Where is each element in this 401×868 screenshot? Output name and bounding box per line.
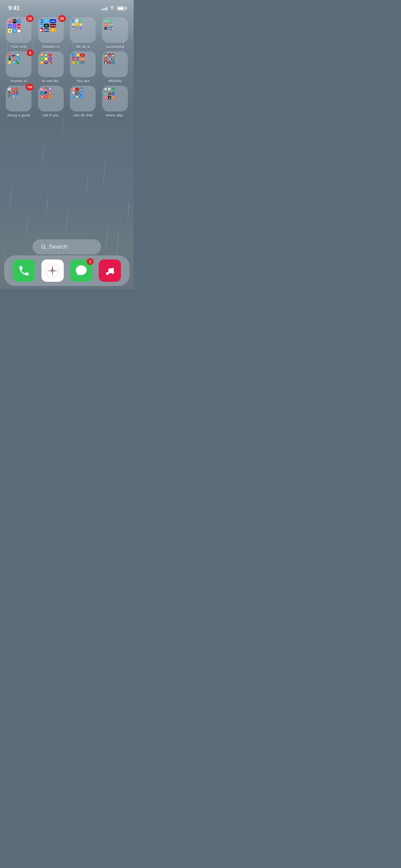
status-icons — [101, 6, 125, 11]
mini-app: ⚙ — [72, 23, 74, 26]
battery-icon — [117, 6, 125, 10]
folder-life-as-a[interactable]: A 🔍 + ⚙ 💡 ◑ — [70, 17, 96, 49]
folder-label-8: officially — [108, 79, 122, 83]
mini-app: P+ — [40, 19, 43, 23]
folder-officially[interactable]: ☕ ▲ ☕ M G 🍕 — [102, 51, 129, 83]
mini-app: ▶ — [40, 28, 43, 32]
mini-app: ☕ — [111, 53, 114, 57]
mini-app: TT — [13, 19, 16, 23]
folder-label-5: human is — [11, 79, 27, 83]
mini-app: ✏ — [40, 61, 44, 64]
mini-app: ● — [8, 24, 12, 28]
folder-every-day[interactable]: 📈 📊 S 📍 📷 🔖 — [102, 86, 129, 117]
mini-app: a — [72, 61, 75, 64]
mini-app: A — [16, 95, 18, 97]
folder-job-if-you[interactable]: Arc 🐼 🎙 e 🌙 Я — [38, 86, 64, 117]
app-grid-row-1: 15 TT f ● ▪ — [5, 17, 128, 49]
mini-app: P — [50, 28, 57, 32]
mini-app: T — [16, 91, 18, 94]
mini-app: 🦊 — [48, 95, 51, 98]
mini-app: G — [76, 61, 80, 64]
mini-app: 📱 — [8, 57, 11, 60]
folder-you-are[interactable]: A ★ ⊙ UO FIVE Etsy — [70, 51, 96, 83]
mini-app: ⬤ — [17, 29, 21, 33]
safari-app-icon — [41, 260, 64, 282]
mini-app: UO — [72, 57, 75, 60]
folder-can-do-that[interactable]: ⬇ □ 👆 👁 S ✏ — [70, 86, 96, 117]
mini-app: Я — [48, 92, 51, 95]
mini-app: S — [108, 23, 110, 26]
mini-app: 📷 — [108, 92, 111, 95]
svg-point-2 — [11, 20, 11, 21]
folder-label-3: life as a — [76, 45, 90, 49]
mini-app — [8, 19, 12, 23]
mini-app: G — [108, 57, 111, 60]
mini-app: 📁 — [75, 95, 79, 98]
mini-app: 📁 — [44, 53, 48, 57]
mini-app: ◯ — [79, 27, 82, 30]
folder-label-2: mission in — [42, 45, 60, 49]
folder-successful[interactable]: FE E G S S W — [102, 17, 129, 49]
dock-safari[interactable] — [41, 260, 64, 282]
mini-app: 🍕 — [111, 57, 114, 60]
mini-app: 📍 — [104, 92, 107, 95]
folder-mission-in[interactable]: 26 P+ V max MX 🦚 — [38, 17, 64, 49]
mini-app: ⊙ — [16, 88, 18, 91]
mini-app: FE — [104, 19, 107, 22]
mini-app: ▪ — [13, 24, 16, 28]
dock-messages-badge: 1 — [87, 258, 94, 265]
mini-app: F — [12, 88, 15, 91]
mini-app: C — [108, 61, 111, 64]
folder-label-1: Your only — [11, 45, 27, 49]
folder-label-7: You are — [76, 79, 89, 83]
mini-app: m — [16, 57, 20, 60]
mini-app: S — [75, 92, 79, 95]
mini-app: ⬛ — [104, 27, 107, 30]
mini-app: A — [72, 53, 75, 57]
dock-messages[interactable]: 1 — [70, 260, 92, 282]
phone-app-icon — [13, 260, 35, 282]
mini-app: D — [111, 61, 114, 64]
mini-app: 🐼 — [48, 61, 52, 64]
folder-label-12: every day. — [106, 113, 124, 117]
mini-app: STARZ — [50, 24, 57, 27]
app-grid-row-2: 6 FP 📷 💬 📱 FP — [5, 51, 128, 83]
mini-app: ▣ — [72, 27, 74, 30]
folder-doing-a-good[interactable]: 709 📰 F ⊙ 🎓 BBC — [5, 86, 32, 117]
mini-app: kik — [17, 24, 21, 28]
mini-app: ☕ — [104, 53, 108, 57]
mini-app: G — [110, 19, 113, 22]
folder-label-6: to not die. — [42, 79, 60, 83]
mini-app: FP — [8, 53, 11, 57]
folder-your-only[interactable]: 15 TT f ● ▪ — [5, 17, 32, 49]
folder-label-10: job if you — [43, 113, 59, 117]
mini-app: 📷 — [12, 53, 15, 57]
mini-app: f — [17, 19, 21, 23]
mini-app: FIVE — [76, 57, 80, 60]
mini-app: ⚡ — [104, 96, 107, 99]
mini-app: ✏ — [80, 92, 83, 95]
mini-app: E — [108, 19, 110, 22]
folder-badge-2: 26 — [58, 15, 66, 22]
dock-music[interactable] — [99, 260, 121, 282]
mini-app: W — [108, 27, 110, 30]
mini-app: MX — [40, 24, 43, 27]
mini-app: A — [80, 95, 83, 98]
mini-app: 🌙 — [45, 92, 48, 95]
mini-app: 🧈 — [8, 61, 11, 64]
mini-app: FP — [12, 57, 15, 60]
folder-human-is[interactable]: 6 FP 📷 💬 📱 FP — [5, 51, 32, 83]
search-bar[interactable]: Search — [33, 239, 101, 254]
mini-app: e — [40, 92, 44, 95]
mini-app: ≡ — [75, 27, 78, 30]
mini-app: ■ — [108, 96, 111, 99]
svg-point-14 — [111, 271, 114, 274]
status-time: 9:41 — [8, 5, 20, 12]
mini-app: 👆 — [80, 88, 83, 91]
dock-phone[interactable] — [13, 260, 35, 282]
mini-app: Arc — [40, 88, 44, 91]
mini-app: 👁 — [72, 92, 75, 95]
mini-app: V — [44, 19, 49, 23]
folder-to-not-die[interactable]: 🏠 📁 📌 E N N — [38, 51, 64, 83]
mini-app: N — [48, 57, 52, 60]
